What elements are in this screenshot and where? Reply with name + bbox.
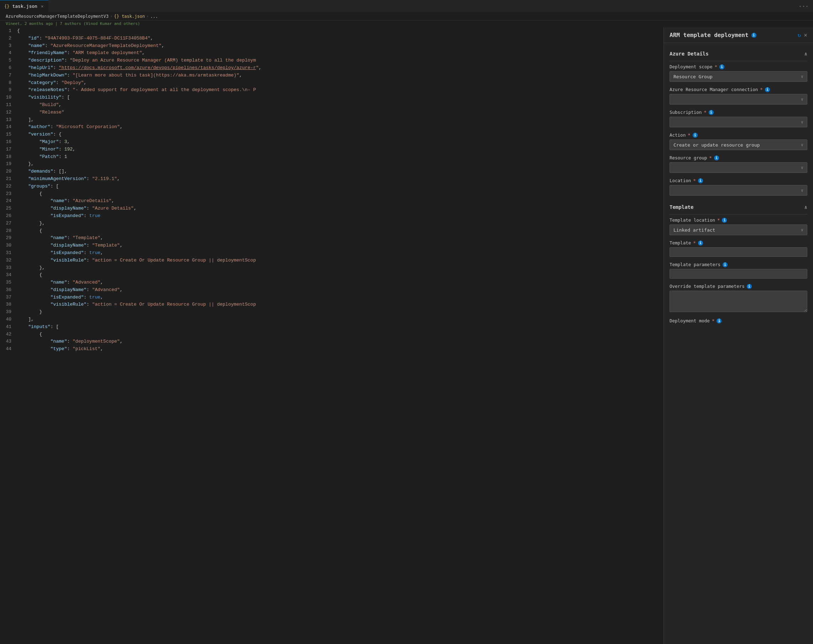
location-group: Location * i ∨: [670, 178, 807, 196]
action-select[interactable]: Create or update resource group ∨: [670, 139, 807, 150]
subscription-select[interactable]: ∨: [670, 117, 807, 127]
template-location-info-icon[interactable]: i: [722, 218, 727, 223]
panel-close-button[interactable]: ×: [804, 32, 807, 38]
deployment-scope-required: *: [715, 64, 717, 69]
breadcrumb-more: ...: [150, 14, 158, 19]
resource-group-label: Resource group * i: [670, 155, 807, 161]
override-template-parameters-label: Override template parameters i: [670, 284, 807, 289]
tab-label: task.json: [12, 3, 37, 9]
location-label: Location * i: [670, 178, 807, 183]
subscription-chevron-icon: ∨: [801, 119, 804, 124]
section-azure-details-header[interactable]: Azure Details ∧: [670, 47, 807, 60]
subscription-group: Subscription * i ∨: [670, 110, 807, 127]
template-required: *: [693, 240, 696, 245]
action-info-icon[interactable]: i: [693, 133, 698, 138]
resource-group-group: Resource group * i ∨: [670, 155, 807, 173]
tab-bar: {} task.json × ···: [0, 0, 813, 12]
template-location-select[interactable]: Linked artifact ∨: [670, 225, 807, 235]
git-info: Vineet, 2 months ago | 7 authors (Vinod …: [0, 21, 813, 28]
deployment-scope-chevron-icon: ∨: [801, 74, 804, 79]
template-location-chevron-icon: ∨: [801, 227, 804, 233]
azure-details-divider: [670, 61, 807, 61]
resource-group-select[interactable]: ∨: [670, 162, 807, 173]
override-parameters-info-icon[interactable]: i: [747, 284, 752, 289]
tab-more-button[interactable]: ···: [794, 3, 813, 9]
subscription-required: *: [704, 110, 707, 115]
arm-connection-chevron-icon: ∨: [801, 97, 804, 102]
panel-info-icon[interactable]: i: [752, 33, 756, 38]
tab-close-button[interactable]: ×: [40, 3, 44, 9]
code-content: { "id": "94A74903-F93F-4075-884F-DC11F34…: [17, 28, 664, 353]
action-chevron-icon: ∨: [801, 142, 804, 147]
template-field-label: Template * i: [670, 240, 807, 245]
override-template-parameters-textarea[interactable]: [670, 291, 807, 312]
breadcrumb-folder: AzureResourceManagerTemplateDeploymentV3: [6, 14, 109, 19]
deployment-mode-group: Deployment mode * i: [670, 318, 807, 323]
deployment-scope-select[interactable]: Resource Group ∨: [670, 71, 807, 82]
arm-connection-info-icon[interactable]: i: [765, 87, 770, 92]
main-area: 1 2 3 4 5 6 7 8 9 10 11 12 13 14 15 16 1…: [0, 28, 813, 644]
template-location-required: *: [717, 217, 720, 223]
resource-group-required: *: [709, 155, 712, 161]
template-input[interactable]: [670, 247, 807, 257]
subscription-info-icon[interactable]: i: [709, 110, 714, 115]
template-location-group: Template location * i Linked artifact ∨: [670, 217, 807, 235]
template-chevron-icon: ∧: [804, 204, 807, 210]
template-location-label: Template location * i: [670, 217, 807, 223]
panel-refresh-button[interactable]: ↻: [798, 32, 801, 38]
action-group: Action * i Create or update resource gro…: [670, 132, 807, 150]
panel-header: ARM template deployment i ↻ ×: [664, 28, 813, 43]
resource-group-info-icon[interactable]: i: [714, 156, 719, 161]
deployment-scope-label: Deployment scope * i: [670, 64, 807, 69]
arm-panel: ARM template deployment i ↻ × Azure Deta…: [664, 28, 813, 644]
deployment-mode-info-icon[interactable]: i: [716, 318, 721, 323]
location-select[interactable]: ∨: [670, 185, 807, 196]
location-required: *: [693, 178, 696, 183]
arm-connection-label: Azure Resource Manager connection * i: [670, 87, 807, 92]
deployment-mode-label: Deployment mode * i: [670, 318, 807, 323]
tab-task-json[interactable]: {} task.json ×: [0, 0, 49, 12]
action-required: *: [688, 132, 690, 138]
template-parameters-info-icon[interactable]: i: [722, 262, 727, 267]
breadcrumb-file: {} task.json: [114, 14, 145, 19]
deployment-scope-info-icon[interactable]: i: [719, 64, 724, 69]
resource-group-chevron-icon: ∨: [801, 165, 804, 170]
template-field-group: Template * i: [670, 240, 807, 257]
subscription-label: Subscription * i: [670, 110, 807, 115]
file-icon: {}: [4, 4, 9, 9]
arm-connection-required: *: [760, 87, 763, 92]
override-template-parameters-group: Override template parameters i: [670, 284, 807, 313]
deployment-mode-required: *: [712, 318, 715, 323]
azure-details-chevron-icon: ∧: [804, 51, 807, 57]
location-info-icon[interactable]: i: [698, 178, 703, 183]
action-label: Action * i: [670, 132, 807, 138]
deployment-scope-group: Deployment scope * i Resource Group ∨: [670, 64, 807, 82]
breadcrumb: AzureResourceManagerTemplateDeploymentV3…: [0, 12, 813, 21]
template-parameters-group: Template parameters i: [670, 262, 807, 278]
template-info-icon[interactable]: i: [698, 240, 703, 245]
section-template-header[interactable]: Template ∧: [670, 201, 807, 213]
arm-connection-group: Azure Resource Manager connection * i ∨: [670, 87, 807, 105]
template-divider: [670, 214, 807, 214]
location-chevron-icon: ∨: [801, 188, 804, 193]
panel-actions: ↻ ×: [798, 32, 807, 38]
arm-connection-select[interactable]: ∨: [670, 94, 807, 105]
code-editor[interactable]: 1 2 3 4 5 6 7 8 9 10 11 12 13 14 15 16 1…: [0, 28, 664, 644]
template-parameters-label: Template parameters i: [670, 262, 807, 267]
panel-body: Azure Details ∧ Deployment scope * i Res…: [664, 43, 813, 333]
template-parameters-input[interactable]: [670, 269, 807, 278]
panel-title: ARM template deployment i: [670, 32, 756, 38]
line-numbers: 1 2 3 4 5 6 7 8 9 10 11 12 13 14 15 16 1…: [0, 28, 17, 353]
